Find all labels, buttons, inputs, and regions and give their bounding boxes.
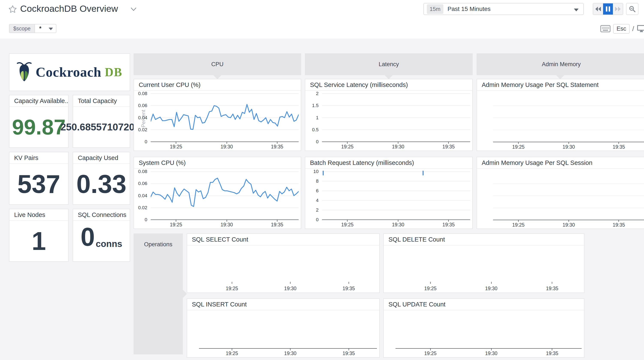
chart-title: SQL INSERT Count [187, 299, 379, 310]
logo-cockroach-text: Cockroach [36, 64, 101, 80]
chart-title: SQL DELETE Count [384, 234, 584, 245]
chart-title: System CPU (%) [134, 157, 301, 169]
chart-plot-system-cpu[interactable]: 00.020.040.060.0819:2519:3019:35 [134, 168, 301, 229]
favorite-star-icon[interactable] [8, 5, 17, 14]
chart-plot-sql-select-count[interactable]: 19:2519:3019:35 [187, 245, 379, 293]
chart-plot-current-user-cpu[interactable]: Percent00.020.040.060.0819:2519:3019:35 [134, 90, 301, 151]
forward-icon [615, 6, 621, 12]
capacity-used-value: 0.33 [76, 171, 126, 197]
pause-button[interactable] [603, 3, 613, 14]
chart-sql-service-latency[interactable]: SQL Service Latency (milliseconds) 00.51… [305, 79, 473, 151]
group-label-latency: Latency [378, 61, 399, 68]
shortcut-controls: Esc / [600, 23, 644, 34]
time-range-label: Past 15 Minutes [448, 5, 491, 12]
rewind-button[interactable] [593, 3, 603, 14]
live-nodes-value: 1 [32, 228, 46, 254]
rewind-icon [595, 6, 601, 12]
chart-batch-request-latency[interactable]: Batch Request Latency (milliseconds) 024… [305, 157, 473, 229]
chart-plot-sql-update-count[interactable]: 19:2519:3019:35 [384, 310, 584, 357]
group-header-latency[interactable]: Latency [305, 53, 473, 75]
title-chevron-down-icon[interactable] [130, 7, 137, 11]
keyboard-icon[interactable] [600, 25, 610, 32]
zoom-out-button[interactable] [626, 3, 638, 15]
scope-variable-value: * [35, 24, 45, 32]
widget-title: SQL Connections [73, 209, 130, 221]
dashboard: CockroachDB Overview 15m Past 15 Minutes [0, 0, 644, 360]
chart-sql-delete-count[interactable]: SQL DELETE Count 19:2519:3019:35 [383, 233, 584, 293]
scope-caret-icon [49, 28, 53, 30]
fullscreen-display-icon[interactable] [637, 24, 644, 33]
zoom-out-icon [628, 5, 636, 13]
widget-title: Capacity Used [73, 152, 130, 164]
cockroachdb-bug-icon [17, 62, 32, 82]
chart-title: Admin Memory Usage Per SQL Session [477, 157, 644, 169]
scope-variable-name: $scope [10, 24, 35, 32]
time-range-caret-icon [574, 8, 578, 11]
group-label-operations: Operations [134, 241, 183, 248]
forward-button[interactable] [613, 3, 623, 14]
chart-sql-update-count[interactable]: SQL UPDATE Count 19:2519:3019:35 [383, 298, 584, 358]
chart-title: SQL Service Latency (milliseconds) [305, 79, 472, 91]
sql-connections-unit: conns [96, 239, 122, 248]
page-title: CockroachDB Overview [20, 3, 118, 14]
time-range-badge: 15m [427, 4, 443, 14]
group-label-cpu: CPU [211, 61, 224, 68]
template-variable-scope[interactable]: $scope * [9, 24, 56, 33]
chart-plot-sql-delete-count[interactable]: 19:2519:3019:35 [384, 245, 584, 293]
logo-db-text: DB [105, 65, 122, 79]
chart-sql-insert-count[interactable]: SQL INSERT Count 19:2519:3019:35 [187, 298, 380, 358]
capacity-used-widget[interactable]: Capacity Used 0.33 [73, 152, 130, 205]
chart-plot-sql-insert-count[interactable]: 19:2519:3019:35 [187, 310, 379, 357]
sql-connections-widget[interactable]: SQL Connections 0 conns [73, 209, 130, 262]
time-range-picker[interactable]: 15m Past 15 Minutes [424, 3, 584, 15]
chart-admin-memory-statement[interactable]: Admin Memory Usage Per SQL Statement 19:… [476, 79, 644, 151]
kv-pairs-widget[interactable]: KV Pairs 537 [9, 152, 68, 205]
chart-admin-memory-session[interactable]: Admin Memory Usage Per SQL Session 19:25… [476, 157, 644, 229]
chart-plot-admin-memory-session[interactable]: 19:2519:3019:35 [477, 168, 644, 229]
chart-current-user-cpu[interactable]: Current User CPU (%) Percent00.020.040.0… [134, 79, 301, 151]
chart-system-cpu[interactable]: System CPU (%) 00.020.040.060.0819:2519:… [134, 157, 301, 229]
chart-plot-batch-request-latency[interactable]: 024681019:2519:3019:35 [305, 168, 472, 229]
widget-title: Total Capacity [73, 95, 130, 107]
top-bar: CockroachDB Overview 15m Past 15 Minutes [0, 0, 644, 38]
chart-title: Admin Memory Usage Per SQL Statement [477, 79, 644, 91]
cockroachdb-logo-widget: Cockroach DB [9, 53, 130, 91]
esc-button[interactable]: Esc [613, 24, 630, 34]
kv-pairs-value: 537 [17, 171, 60, 197]
chart-plot-admin-memory-statement[interactable]: 19:2519:3019:35 [477, 90, 644, 151]
widget-title: Live Nodes [10, 209, 68, 221]
capacity-available-widget[interactable]: Capacity Available... 99.87 [9, 95, 68, 148]
group-header-operations[interactable]: Operations [134, 233, 183, 355]
chart-title: SQL SELECT Count [187, 234, 379, 245]
sql-connections-value: 0 [80, 224, 95, 250]
total-capacity-widget[interactable]: Total Capacity 250.6855710720 GB [73, 95, 130, 148]
group-header-admin-memory[interactable]: Admin Memory [476, 53, 644, 75]
chart-title: SQL UPDATE Count [384, 299, 584, 310]
group-label-admin-memory: Admin Memory [542, 61, 581, 68]
chart-plot-sql-service-latency[interactable]: 00.511.5219:2519:3019:35 [305, 90, 472, 151]
group-notch-operations [183, 290, 187, 298]
live-nodes-widget[interactable]: Live Nodes 1 [9, 209, 68, 262]
shortcut-separator: / [632, 25, 634, 33]
widget-title: KV Pairs [10, 152, 68, 164]
capacity-available-value: 99.87 [12, 116, 66, 138]
group-header-cpu[interactable]: CPU [134, 53, 301, 75]
widget-title: Capacity Available... [10, 95, 68, 107]
chart-title: Current User CPU (%) [134, 79, 301, 91]
chart-sql-select-count[interactable]: SQL SELECT Count 19:2519:3019:35 [187, 233, 380, 293]
pause-icon [606, 6, 610, 12]
chart-title: Batch Request Latency (milliseconds) [305, 157, 472, 169]
playback-controls [593, 3, 623, 15]
total-capacity-value: 250.6855710720 [60, 122, 134, 132]
